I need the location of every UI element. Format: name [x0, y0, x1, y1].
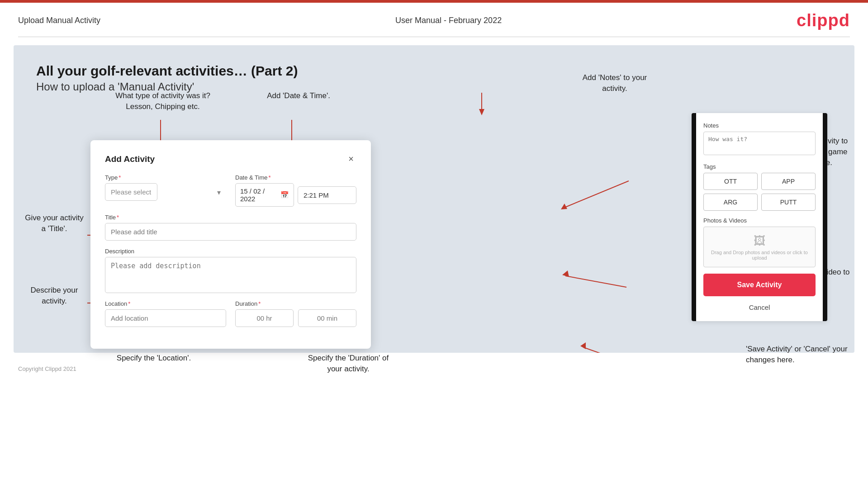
tag-app[interactable]: APP [761, 173, 816, 190]
svg-line-18 [583, 347, 631, 353]
tag-putt[interactable]: PUTT [761, 194, 816, 211]
dialog-close-button[interactable]: × [346, 153, 356, 165]
annotation-what-type: What type of activity was it? Lesson, Ch… [113, 90, 213, 112]
duration-group [235, 309, 356, 327]
photo-icon: 🖼 [754, 234, 765, 248]
description-label: Description [105, 248, 356, 255]
date-input[interactable]: 15 / 02 / 2022 📅 [235, 183, 294, 207]
tag-ott[interactable]: OTT [703, 173, 758, 190]
photos-drop-text: Drag and Drop photos and videos or click… [704, 250, 815, 261]
location-label: Location* [105, 300, 226, 307]
clippd-logo: clippd [797, 11, 850, 30]
main-content: All your golf-relevant activities… (Part… [14, 45, 854, 353]
footer: Copyright Clippd 2021 [0, 362, 868, 376]
svg-marker-17 [562, 270, 569, 277]
duration-label: Duration* [235, 300, 356, 307]
time-input[interactable] [298, 186, 356, 204]
form-group-location: Location* [105, 300, 226, 327]
annotation-save: 'Save Activity' or 'Cancel' your changes… [746, 344, 850, 365]
annotation-describe: Describe your activity. [23, 285, 86, 307]
dialog-header: Add Activity × [105, 153, 356, 165]
location-input[interactable] [105, 309, 226, 327]
photos-drop-zone[interactable]: 🖼 Drag and Drop photos and videos or cli… [703, 227, 816, 267]
save-activity-button[interactable]: Save Activity [703, 274, 816, 296]
form-group-title: Title* [105, 214, 356, 241]
svg-marker-13 [479, 109, 484, 115]
dialog-title: Add Activity [105, 154, 155, 164]
duration-hr-input[interactable] [235, 309, 294, 327]
title-input[interactable] [105, 223, 356, 241]
header-divider [18, 37, 850, 37]
calendar-icon: 📅 [280, 191, 289, 199]
add-activity-dialog: Add Activity × Type* Please select Date … [90, 140, 371, 349]
tag-arg[interactable]: ARG [703, 194, 758, 211]
notes-label: Notes [703, 122, 816, 129]
type-select[interactable]: Please select [105, 183, 157, 201]
cancel-button[interactable]: Cancel [703, 301, 816, 314]
tags-grid: OTT APP ARG PUTT [703, 173, 816, 211]
form-group-type: Type* Please select [105, 174, 226, 207]
svg-line-16 [565, 276, 626, 287]
type-select-wrapper: Please select [105, 183, 226, 201]
svg-marker-19 [580, 342, 586, 349]
annotation-notes: Add 'Notes' to your activity. [569, 72, 660, 94]
annotation-give-title: Give your activity a 'Title'. [23, 213, 86, 234]
description-textarea[interactable] [105, 257, 356, 293]
duration-min-input[interactable] [298, 309, 356, 327]
header-center: User Manual - February 2022 [395, 16, 502, 25]
page-title: All your golf-relevant activities… (Part… [36, 63, 832, 79]
phone-panel: Notes Tags OTT APP ARG PUTT Photos & Vid… [692, 113, 827, 321]
annotation-location: Specify the 'Location'. [113, 353, 194, 364]
photos-videos-label: Photos & Videos [703, 217, 816, 224]
copyright: Copyright Clippd 2021 [18, 365, 76, 372]
svg-marker-15 [561, 204, 567, 209]
header: Upload Manual Activity User Manual - Feb… [0, 3, 868, 30]
tags-label: Tags [703, 163, 816, 170]
form-group-date: Date & Time* 15 / 02 / 2022 📅 [235, 174, 356, 207]
annotation-duration: Specify the 'Duration' of your activity. [303, 353, 394, 374]
form-row-type-date: Type* Please select Date & Time* 15 / 02… [105, 174, 356, 207]
date-label: Date & Time* [235, 174, 356, 181]
form-group-description: Description [105, 248, 356, 293]
header-left: Upload Manual Activity [18, 16, 100, 25]
form-row-location-duration: Location* Duration* [105, 300, 356, 327]
form-group-duration: Duration* [235, 300, 356, 327]
title-label: Title* [105, 214, 356, 221]
annotation-date-time: Add 'Date & Time'. [258, 90, 339, 101]
svg-line-14 [563, 181, 629, 208]
notes-textarea[interactable] [703, 132, 816, 155]
type-label: Type* [105, 174, 226, 181]
